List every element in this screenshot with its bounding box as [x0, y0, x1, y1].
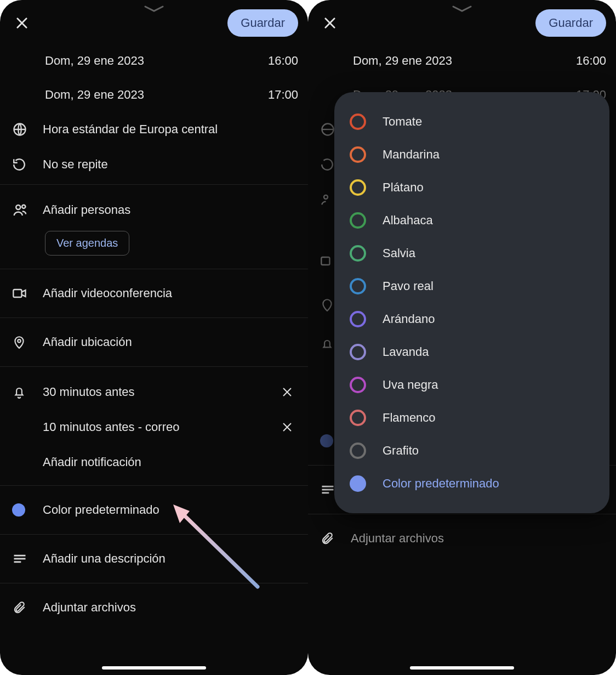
divider: [0, 317, 308, 318]
color-option[interactable]: Plátano: [340, 171, 604, 204]
color-option[interactable]: Tomate: [340, 105, 604, 138]
close-button[interactable]: [10, 11, 34, 35]
color-option-label: Plátano: [383, 180, 424, 195]
color-swatch-icon: [350, 311, 366, 327]
color-row[interactable]: Color predeterminado: [0, 488, 308, 532]
notifications-section: 30 minutos antes 10 minutos antes - corr…: [0, 369, 308, 483]
divider: [0, 366, 308, 367]
attachment-icon: [12, 600, 43, 615]
attach-label: Adjuntar archivos: [351, 531, 606, 546]
reminder-1-row[interactable]: 30 minutos antes: [0, 375, 308, 410]
start-date: Dom, 29 ene 2023: [353, 54, 452, 68]
color-option[interactable]: Lavanda: [340, 336, 604, 368]
color-option-label: Lavanda: [383, 345, 429, 359]
description-row[interactable]: Añadir una descripción: [0, 537, 308, 581]
add-location-label: Añadir ubicación: [43, 335, 298, 349]
view-schedules-wrap: Ver agendas: [0, 228, 308, 263]
color-option-label: Albahaca: [383, 213, 433, 228]
color-swatch-icon: [350, 443, 366, 459]
drag-handle: [142, 3, 166, 15]
start-time: 16:00: [268, 54, 298, 68]
svg-rect-3: [13, 290, 21, 297]
add-notification-row[interactable]: Añadir notificación: [0, 445, 308, 480]
color-option-label: Pavo real: [383, 279, 434, 293]
color-option[interactable]: Albahaca: [340, 204, 604, 237]
color-swatch-icon: [350, 377, 366, 393]
color-swatch-icon: [350, 179, 366, 196]
remove-reminder-2-button[interactable]: [276, 416, 298, 438]
phone-left: Guardar Dom, 29 ene 2023 16:00 Dom, 29 e…: [0, 0, 308, 675]
color-option[interactable]: Pavo real: [340, 270, 604, 303]
description-label: Añadir una descripción: [43, 552, 298, 566]
color-option-label: Tomate: [383, 115, 422, 129]
color-option[interactable]: Grafito: [340, 434, 604, 467]
start-time: 16:00: [576, 54, 606, 68]
color-swatch-icon: [350, 278, 366, 294]
color-option-default-label: Color predeterminado: [383, 477, 499, 491]
attachment-icon: [320, 531, 351, 546]
repeat-icon: [12, 157, 43, 172]
color-swatch-icon: [350, 212, 366, 229]
color-swatch-icon: [350, 344, 366, 360]
color-option[interactable]: Arándano: [340, 303, 604, 336]
color-option-label: Arándano: [383, 312, 435, 326]
reminder-2-row[interactable]: 10 minutos antes - correo: [0, 410, 308, 445]
start-datetime-row[interactable]: Dom, 29 ene 2023 16:00: [308, 44, 616, 78]
notes-icon: [12, 551, 43, 566]
divider: [0, 534, 308, 535]
divider: [0, 269, 308, 269]
save-button[interactable]: Guardar: [535, 9, 606, 37]
svg-point-1: [16, 205, 20, 209]
attach-row[interactable]: Adjuntar archivos: [308, 517, 616, 560]
reminder-2-label: 10 minutos antes - correo: [43, 420, 276, 434]
color-option[interactable]: Uva negra: [340, 368, 604, 401]
color-option[interactable]: Flamenco: [340, 401, 604, 434]
start-date: Dom, 29 ene 2023: [45, 54, 144, 68]
color-option-label: Uva negra: [383, 378, 438, 392]
divider: [0, 583, 308, 583]
color-option-label: Mandarina: [383, 148, 440, 162]
end-datetime-row[interactable]: Dom, 29 ene 2023 17:00: [0, 78, 308, 112]
color-option[interactable]: Mandarina: [340, 138, 604, 171]
end-date: Dom, 29 ene 2023: [45, 88, 144, 102]
color-option-label: Salvia: [383, 246, 415, 260]
phone-right: Guardar Dom, 29 ene 2023 16:00 Dom, 29 e…: [308, 0, 616, 675]
add-location-row[interactable]: Añadir ubicación: [0, 320, 308, 364]
drag-handle: [450, 3, 474, 15]
location-icon: [12, 335, 43, 349]
close-button[interactable]: [318, 11, 342, 35]
add-people-row[interactable]: Añadir personas: [0, 192, 308, 228]
repeat-row[interactable]: No se repite: [0, 147, 308, 182]
color-swatch-icon: [350, 410, 366, 426]
bell-icon: [12, 385, 43, 399]
divider: [308, 514, 616, 514]
color-option-default[interactable]: Color predeterminado: [340, 467, 604, 500]
svg-point-4: [18, 339, 20, 342]
attach-label: Adjuntar archivos: [43, 600, 298, 615]
reminder-1-label: 30 minutos antes: [43, 385, 276, 399]
end-time: 17:00: [268, 88, 298, 102]
color-label: Color predeterminado: [43, 503, 298, 517]
add-notification-label: Añadir notificación: [43, 455, 298, 469]
color-dot-icon: [12, 503, 43, 517]
remove-reminder-1-button[interactable]: [276, 381, 298, 403]
color-swatch-icon: [350, 114, 366, 130]
add-video-row[interactable]: Añadir videoconferencia: [0, 271, 308, 315]
home-indicator: [102, 666, 206, 670]
view-schedules-button[interactable]: Ver agendas: [45, 231, 129, 256]
color-swatch-default-icon: [350, 475, 366, 492]
timezone-row[interactable]: Hora estándar de Europa central: [0, 112, 308, 147]
attach-row[interactable]: Adjuntar archivos: [0, 586, 308, 629]
globe-icon: [12, 122, 43, 137]
add-people-label: Añadir personas: [43, 203, 298, 217]
home-indicator: [410, 666, 514, 670]
add-video-label: Añadir videoconferencia: [43, 286, 298, 300]
save-button[interactable]: Guardar: [227, 9, 298, 37]
color-option-label: Grafito: [383, 444, 419, 458]
color-picker-popup: TomateMandarinaPlátanoAlbahacaSalviaPavo…: [334, 92, 609, 513]
color-option[interactable]: Salvia: [340, 237, 604, 270]
video-icon: [12, 286, 43, 301]
repeat-label: No se repite: [43, 157, 298, 172]
color-swatch-icon: [350, 146, 366, 163]
start-datetime-row[interactable]: Dom, 29 ene 2023 16:00: [0, 44, 308, 78]
